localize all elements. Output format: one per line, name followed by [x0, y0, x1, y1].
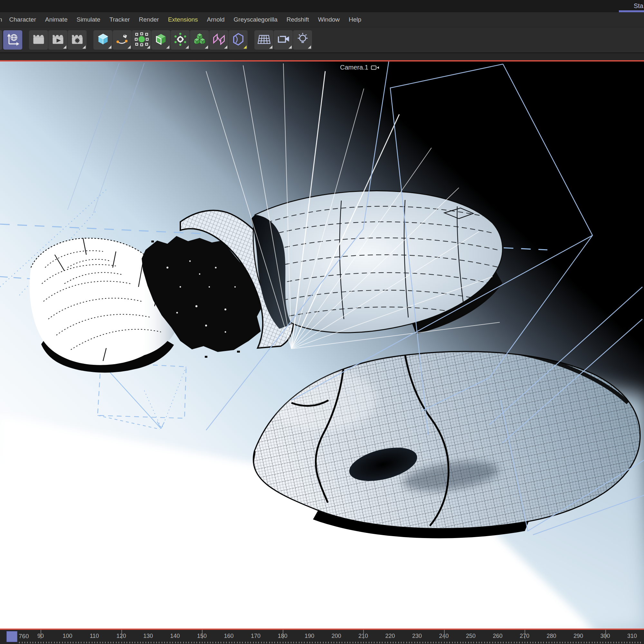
subdivision-surface-button[interactable] — [151, 30, 170, 50]
ruler-minor-tick — [527, 642, 528, 643]
ruler-minor-tick — [576, 642, 576, 643]
simulation-gear-button[interactable] — [171, 30, 190, 50]
toolbar — [0, 27, 644, 52]
ruler-minor-tick — [258, 642, 259, 643]
ruler-minor-tick — [175, 642, 176, 643]
viewport-canvas[interactable] — [0, 62, 644, 629]
ruler-minor-tick — [261, 642, 262, 643]
camera-hud-label[interactable]: Camera.1 — [340, 64, 379, 71]
generator-button[interactable] — [132, 30, 151, 50]
ruler-minor-tick — [38, 642, 39, 643]
light-button[interactable] — [293, 30, 312, 50]
menu-item-tracker[interactable]: Tracker — [105, 16, 135, 23]
ruler-minor-tick — [146, 642, 146, 643]
ruler-frame-label: 140 — [170, 633, 180, 639]
ruler-minor-tick — [304, 642, 305, 643]
ruler-minor-tick — [468, 642, 469, 643]
ruler-minor-tick — [363, 642, 364, 643]
ruler-minor-tick — [347, 642, 348, 643]
ruler-minor-tick — [204, 642, 205, 643]
floor-grid-icon — [257, 32, 271, 48]
ruler-minor-tick — [616, 642, 617, 643]
menu-item-animate[interactable]: Animate — [41, 16, 72, 23]
viewport[interactable]: Camera.1 — [0, 60, 644, 630]
ruler-minor-tick — [511, 642, 512, 643]
floor-grid-button[interactable] — [254, 30, 273, 50]
ruler-minor-tick — [584, 642, 584, 643]
ruler-minor-tick — [49, 642, 49, 643]
ruler-minor-tick — [199, 642, 200, 643]
ruler-minor-tick — [538, 642, 539, 643]
menu-item-extensions[interactable]: Extensions — [164, 16, 203, 23]
camera-icon — [276, 32, 290, 48]
ruler-minor-tick — [307, 642, 308, 643]
menu-item-help[interactable]: Help — [344, 16, 366, 23]
ruler-minor-tick — [535, 642, 536, 643]
title-bar: Sta — [0, 0, 644, 12]
simulation-gear-icon — [173, 32, 187, 48]
menu-item-render[interactable]: Render — [134, 16, 163, 23]
ruler-minor-tick — [242, 642, 243, 643]
ruler-minor-tick — [159, 642, 159, 643]
menu-item-clipped[interactable]: n — [0, 16, 5, 23]
ruler-minor-tick — [35, 642, 36, 643]
render-picture-viewer-button[interactable] — [48, 30, 67, 50]
ruler-major-tick — [363, 630, 364, 639]
ruler-minor-tick — [366, 642, 366, 643]
ruler-minor-tick — [285, 642, 286, 643]
timeline-ruler[interactable]: 760 901001101201301401501601701801902002… — [0, 630, 644, 644]
ruler-minor-tick — [530, 642, 531, 643]
ruler-frame-label: 100 — [62, 633, 72, 639]
ruler-minor-tick — [455, 642, 455, 643]
timeline-playhead[interactable] — [6, 631, 17, 642]
ruler-minor-tick — [541, 642, 541, 643]
ruler-minor-tick — [113, 642, 114, 643]
ruler-minor-tick — [277, 642, 278, 643]
spline-pen-button[interactable] — [113, 30, 132, 50]
mograph-clone-button[interactable] — [209, 30, 228, 50]
ruler-minor-tick — [272, 642, 272, 643]
ruler-frame-label: 190 — [305, 633, 314, 639]
ruler-minor-tick — [250, 642, 251, 643]
deformer-icon — [231, 32, 245, 48]
menu-bar: nCharacterAnimateSimulateTrackerRenderEx… — [0, 12, 644, 27]
render-view-button[interactable] — [29, 30, 48, 50]
ruler-minor-tick — [84, 642, 84, 643]
layout-tab-standard[interactable]: Sta — [616, 0, 644, 12]
menu-item-window[interactable]: Window — [313, 16, 344, 23]
ruler-minor-tick — [374, 642, 374, 643]
render-settings-button[interactable] — [68, 30, 87, 50]
ruler-minor-tick — [213, 642, 213, 643]
ruler-minor-tick — [562, 642, 563, 643]
menu-item-simulate[interactable]: Simulate — [72, 16, 105, 23]
ruler-minor-tick — [492, 642, 493, 643]
deformer-button[interactable] — [229, 30, 248, 50]
ruler-minor-tick — [578, 642, 579, 643]
ruler-minor-tick — [110, 642, 111, 643]
clipped-toolbar-button[interactable] — [0, 30, 2, 50]
ruler-minor-tick — [156, 642, 157, 643]
ruler-minor-tick — [132, 642, 133, 643]
menu-item-greyscalegorilla[interactable]: Greyscalegorilla — [229, 16, 282, 23]
ruler-minor-tick — [630, 642, 630, 643]
cinema4d-window: Sta nCharacterAnimateSimulateTrackerRend… — [0, 0, 644, 644]
cube-primitive-button[interactable] — [93, 30, 112, 50]
ruler-minor-tick — [441, 642, 442, 643]
axis-globe-button[interactable] — [3, 30, 22, 50]
ruler-minor-tick — [188, 642, 189, 643]
ruler-minor-tick — [449, 642, 450, 643]
ruler-minor-tick — [240, 642, 240, 643]
menu-item-arnold[interactable]: Arnold — [203, 16, 229, 23]
camera-button[interactable] — [274, 30, 293, 50]
ruler-minor-tick — [118, 642, 119, 643]
ruler-minor-tick — [514, 642, 515, 643]
volume-builder-button[interactable] — [190, 30, 209, 50]
ruler-minor-tick — [266, 642, 267, 643]
ruler-minor-tick — [299, 642, 299, 643]
ruler-minor-tick — [312, 642, 313, 643]
menu-item-character[interactable]: Character — [5, 16, 41, 23]
ruler-minor-tick — [414, 642, 415, 643]
ruler-minor-tick — [570, 642, 571, 643]
menu-item-redshift[interactable]: Redshift — [282, 16, 314, 23]
ruler-minor-tick — [600, 642, 601, 643]
